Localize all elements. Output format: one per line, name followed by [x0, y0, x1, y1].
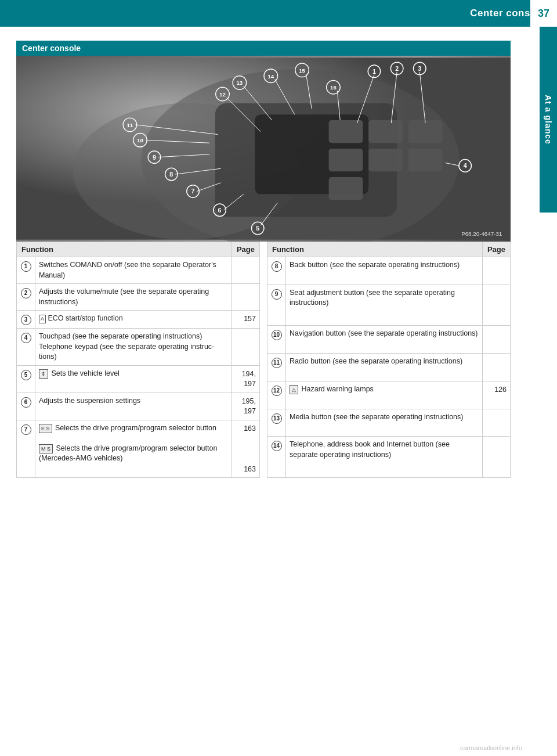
page-number: 37	[530, 0, 557, 27]
svg-text:3: 3	[418, 65, 421, 72]
row-num: 7	[17, 420, 35, 478]
svg-text:8: 8	[169, 171, 173, 178]
table-row: 3 A ECO start/stop function 157	[17, 311, 260, 329]
ms-icon: M S	[39, 444, 53, 454]
row-num: 12	[267, 381, 286, 409]
svg-rect-5	[329, 120, 363, 143]
table-row: 8 Back button (see the sepa­rate operati…	[267, 257, 511, 285]
eco-icon: A	[39, 315, 46, 323]
row-num: 8	[267, 257, 286, 285]
row-function: Adjusts the suspension set­tings	[35, 393, 232, 420]
es-icon: E S	[39, 424, 52, 434]
svg-text:P68.20-4647-31: P68.20-4647-31	[461, 231, 502, 237]
table-row: 13 Media button (see the sep­arate opera…	[267, 409, 511, 437]
row-page	[482, 285, 510, 326]
row-num: 1	[17, 257, 35, 284]
row-function: Adjusts the volume/mute (see the separat…	[35, 284, 232, 311]
table-row: 4 Touchpad (see the separate operating i…	[17, 329, 260, 366]
row-num: 4	[17, 329, 35, 366]
left-function-table: Function Page 1 Switches COMAND on/off (…	[16, 242, 260, 478]
row-page	[232, 257, 259, 284]
main-content: Center console	[0, 27, 540, 492]
row-function: Navigation button (see the separate oper…	[286, 326, 483, 354]
svg-text:15: 15	[299, 67, 305, 74]
svg-rect-7	[408, 120, 443, 143]
right-function-table: Function Page 8 Back button (see the sep…	[267, 242, 511, 478]
svg-text:13: 13	[236, 80, 243, 86]
row-num: 14	[267, 437, 286, 478]
table-row: 11 Radio button (see the sep­arate opera…	[267, 354, 511, 381]
row-function: Media button (see the sep­arate operatin…	[286, 409, 483, 437]
row-page	[482, 326, 510, 354]
table-row: 12 △ Hazard warning lamps 126	[267, 381, 511, 409]
table-row: 14 Telephone, address book and Internet …	[267, 437, 511, 478]
svg-text:10: 10	[137, 137, 143, 143]
hazard-warning-icon: △	[290, 385, 298, 395]
row-page	[232, 284, 259, 311]
svg-text:6: 6	[218, 207, 222, 214]
tables-container: Function Page 1 Switches COMAND on/off (…	[16, 242, 511, 478]
row-page: 194,197	[232, 365, 259, 393]
row-function: Seat adjustment button (see the separate…	[286, 285, 483, 326]
svg-rect-10	[408, 149, 443, 171]
level-icon: ⇕	[39, 369, 48, 379]
row-function: △ Hazard warning lamps	[286, 381, 483, 409]
table-row: 10 Navigation button (see the separate o…	[267, 326, 511, 354]
row-function: Back button (see the sepa­rate operating…	[286, 257, 483, 285]
row-page	[482, 409, 510, 437]
table-row: 2 Adjusts the volume/mute (see the separ…	[17, 284, 260, 311]
row-function: Telephone, address book and Internet but…	[286, 437, 483, 478]
svg-text:11: 11	[126, 122, 133, 128]
row-function: ⇕ Sets the vehicle level	[35, 365, 232, 393]
row-function: E S Selects the drive pro­gram/program s…	[35, 420, 232, 478]
svg-text:14: 14	[267, 73, 274, 80]
row-page: 126	[482, 381, 510, 409]
left-page-header: Page	[232, 242, 259, 257]
svg-text:12: 12	[219, 91, 226, 98]
table-row: 9 Seat adjustment button (see the separa…	[267, 285, 511, 326]
row-page: 163163	[232, 420, 259, 478]
row-function: A ECO start/stop function	[35, 311, 232, 329]
row-page	[482, 257, 510, 285]
watermark: carmanualsonline.info	[460, 744, 522, 751]
row-num: 2	[17, 284, 35, 311]
section-heading: Center console	[16, 41, 511, 56]
svg-text:1: 1	[372, 68, 376, 75]
right-function-header: Function	[267, 242, 483, 257]
svg-text:5: 5	[256, 225, 259, 232]
left-function-header: Function	[17, 242, 232, 257]
row-num: 9	[267, 285, 286, 326]
row-num: 10	[267, 326, 286, 354]
svg-text:9: 9	[153, 154, 156, 161]
svg-text:2: 2	[395, 65, 399, 72]
row-function: Touchpad (see the separate operating ins…	[35, 329, 232, 366]
svg-text:7: 7	[191, 188, 195, 195]
row-page: 195,197	[232, 393, 259, 420]
row-page	[232, 329, 259, 366]
row-page: 157	[232, 311, 259, 329]
table-row: 1 Switches COMAND on/off (see the separa…	[17, 257, 260, 284]
row-page	[482, 354, 510, 381]
svg-text:4: 4	[464, 162, 467, 169]
table-row: 6 Adjusts the suspension set­tings 195,1…	[17, 393, 260, 420]
top-header: Center console 37	[0, 0, 557, 27]
svg-rect-11	[329, 177, 363, 200]
row-num: 5	[17, 365, 35, 393]
car-image-inner: 1 2 3 4 5 6	[16, 56, 511, 242]
sidebar-tab: At a glance	[540, 27, 557, 213]
table-row: 5 ⇕ Sets the vehicle level 194,197	[17, 365, 260, 393]
svg-rect-9	[368, 149, 403, 171]
row-function: Radio button (see the sep­arate operatin…	[286, 354, 483, 381]
row-function: Switches COMAND on/off (see the separate…	[35, 257, 232, 284]
svg-rect-8	[329, 149, 363, 171]
row-page	[482, 437, 510, 478]
sidebar-label: At a glance	[544, 95, 553, 145]
row-num: 11	[267, 354, 286, 381]
row-num: 3	[17, 311, 35, 329]
table-row: 7 E S Selects the drive pro­gram/program…	[17, 420, 260, 478]
svg-rect-6	[368, 120, 403, 143]
row-num: 13	[267, 409, 286, 437]
right-page-header: Page	[482, 242, 510, 257]
row-num: 6	[17, 393, 35, 420]
svg-text:16: 16	[330, 84, 337, 91]
